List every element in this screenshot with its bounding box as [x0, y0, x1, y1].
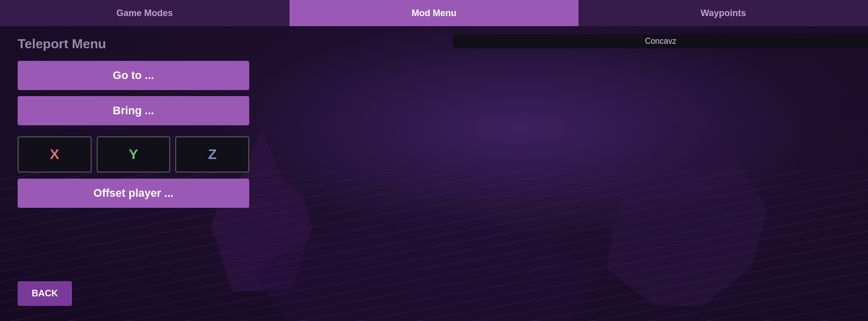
top-nav: Game Modes Mod Menu Waypoints: [0, 0, 868, 26]
z-coord-button[interactable]: Z: [175, 136, 249, 173]
teleport-menu-panel: Teleport Menu Go to ... Bring ... X Y Z …: [0, 26, 272, 224]
y-coord-button[interactable]: Y: [97, 136, 171, 173]
player-name: Concavz: [645, 37, 676, 46]
offset-player-button[interactable]: Offset player ...: [18, 179, 249, 208]
nav-game-modes[interactable]: Game Modes: [0, 0, 290, 26]
coord-row: X Y Z: [18, 136, 249, 173]
panel-title: Teleport Menu: [18, 36, 254, 52]
nav-mod-menu[interactable]: Mod Menu: [290, 0, 579, 26]
goto-button[interactable]: Go to ...: [18, 61, 249, 90]
x-coord-button[interactable]: X: [18, 136, 92, 173]
bg-shape-center: [252, 195, 604, 321]
nav-waypoints[interactable]: Waypoints: [578, 0, 868, 26]
back-button[interactable]: BACK: [18, 281, 72, 306]
bring-button[interactable]: Bring ...: [18, 96, 249, 125]
player-bar: Concavz: [453, 34, 868, 48]
bg-shape-right: [606, 115, 767, 306]
